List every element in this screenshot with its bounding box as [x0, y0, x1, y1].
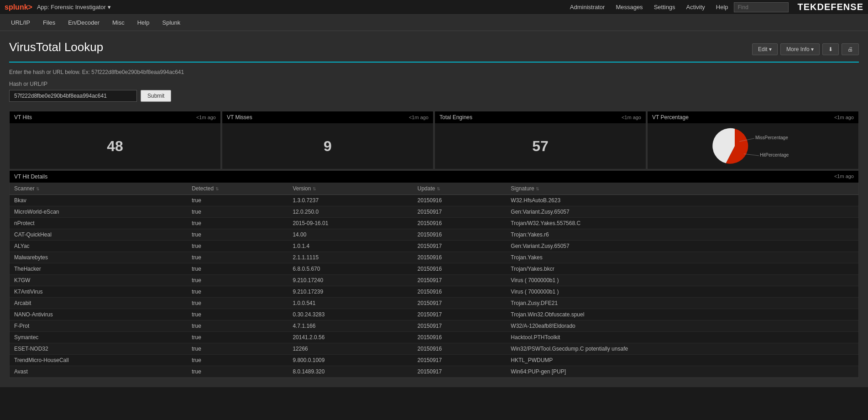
cell-detected: true: [187, 355, 288, 366]
hash-input[interactable]: [9, 90, 137, 102]
table-row: CAT-QuickHeal true 14.00 20150916 Trojan…: [10, 229, 858, 241]
hash-input-row: Submit: [9, 90, 859, 102]
cell-signature: Trojan.Win32.Obfuscate.spuel: [506, 309, 858, 320]
cell-detected: true: [187, 275, 288, 286]
vt-percentage-title: VT Percentage: [652, 114, 689, 121]
cell-signature: Trojan:Yakes.r6: [506, 229, 858, 241]
cell-version: 0.30.24.3283: [288, 309, 413, 320]
table-row: Malwarebytes true 2.1.1.1115 20150916 Tr…: [10, 252, 858, 263]
vt-misses-value: 9: [324, 138, 332, 155]
nav-splunk[interactable]: Splunk: [156, 15, 187, 31]
cell-signature: Hacktool.PTHToolkit: [506, 332, 858, 343]
vt-hits-value: 48: [107, 138, 123, 155]
cell-scanner: TrendMicro-HouseCall: [10, 355, 187, 366]
cell-scanner: K7AntiVirus: [10, 286, 187, 298]
nav-messages[interactable]: Messages: [610, 0, 648, 15]
download-button[interactable]: ⬇: [822, 43, 839, 55]
app-name[interactable]: App: Forensic Investigator ▾: [37, 4, 111, 10]
nav-administrator[interactable]: Administrator: [565, 0, 611, 15]
table-title: VT Hit Details: [14, 173, 47, 180]
cell-update: 20150916: [413, 195, 507, 206]
cell-scanner: K7GW: [10, 275, 187, 286]
table-row: ESET-NOD32 true 12266 20150916 Win32/PSW…: [10, 343, 858, 355]
table-timestamp: <1m ago: [834, 173, 854, 180]
cell-update: 20150916: [413, 252, 507, 263]
cell-detected: true: [187, 298, 288, 309]
cell-detected: true: [187, 252, 288, 263]
cell-signature: Trojan.Zusy.DFE21: [506, 298, 858, 309]
cell-update: 20150917: [413, 298, 507, 309]
cell-scanner: TheHacker: [10, 263, 187, 275]
nav-en-decoder[interactable]: En/Decoder: [62, 15, 106, 31]
cell-signature: HKTL_PWDUMP: [506, 355, 858, 366]
nav-activity[interactable]: Activity: [681, 0, 711, 15]
nav-misc[interactable]: Misc: [106, 15, 131, 31]
vt-hits-header: VT Hits <1m ago: [10, 111, 220, 123]
submit-button[interactable]: Submit: [141, 90, 171, 102]
vt-hits-card: VT Hits <1m ago 48: [9, 111, 221, 169]
vt-hit-details-table: Scanner ⇅ Detected ⇅ Version ⇅ Update ⇅ …: [10, 183, 858, 378]
vt-hit-details-section: VT Hit Details <1m ago Scanner ⇅ Detecte…: [9, 170, 859, 378]
cell-version: 20141.2.0.56: [288, 332, 413, 343]
cyan-divider: [9, 62, 859, 63]
table-row: NANO-Antivirus true 0.30.24.3283 2015091…: [10, 309, 858, 320]
nav-help[interactable]: Help: [131, 15, 156, 31]
nav-files[interactable]: Files: [37, 15, 62, 31]
vt-misses-title: VT Misses: [227, 114, 252, 121]
cell-update: 20150916: [413, 218, 507, 229]
vt-misses-header: VT Misses <1m ago: [222, 111, 433, 123]
cell-detected: true: [187, 309, 288, 320]
cell-scanner: CAT-QuickHeal: [10, 229, 187, 241]
page-top-bar: VirusTotal Lookup Edit ▾ More Info ▾ ⬇ 🖨: [9, 40, 859, 58]
col-version[interactable]: Version ⇅: [288, 183, 413, 195]
col-update[interactable]: Update ⇅: [413, 183, 507, 195]
col-detected[interactable]: Detected ⇅: [187, 183, 288, 195]
top-navigation: splunk> App: Forensic Investigator ▾ Adm…: [0, 0, 868, 15]
cell-signature: Virus ( 7000000b1 ): [506, 275, 858, 286]
cell-signature: W32/A-120eafb8!Eldorado: [506, 320, 858, 332]
nav-help[interactable]: Help: [711, 0, 734, 15]
col-scanner[interactable]: Scanner ⇅: [10, 183, 187, 195]
find-input[interactable]: [734, 2, 789, 12]
cell-version: 9.210.17239: [288, 286, 413, 298]
brand-logo: TEKDEFENSE: [789, 2, 863, 12]
cell-version: 9.800.0.1009: [288, 355, 413, 366]
cell-signature: Trojan.Yakes: [506, 252, 858, 263]
cell-scanner: NANO-Antivirus: [10, 309, 187, 320]
print-button[interactable]: 🖨: [842, 43, 859, 55]
nav-url-ip[interactable]: URL/IP: [5, 15, 37, 31]
table-body: Bkav true 1.3.0.7237 20150916 W32.HfsAut…: [10, 195, 858, 378]
vt-percentage-timestamp: <1m ago: [834, 115, 854, 120]
cell-version: 8.0.1489.320: [288, 366, 413, 378]
cell-signature: Gen:Variant.Zusy.65057: [506, 241, 858, 252]
nav-settings[interactable]: Settings: [648, 0, 681, 15]
cell-update: 20150917: [413, 206, 507, 218]
total-engines-value: 57: [532, 138, 549, 155]
page-title: VirusTotal Lookup: [9, 40, 103, 54]
table-header-row: Scanner ⇅ Detected ⇅ Version ⇅ Update ⇅ …: [10, 183, 858, 195]
vt-hits-timestamp: <1m ago: [196, 115, 216, 120]
cell-version: 2015-09-16.01: [288, 218, 413, 229]
col-signature[interactable]: Signature ⇅: [506, 183, 858, 195]
pie-chart-container: MissPercentage HitPercentage: [648, 123, 858, 169]
cell-detected: true: [187, 343, 288, 355]
table-section-header: VT Hit Details <1m ago: [10, 171, 858, 183]
table-row: MicroWorld-eScan true 12.0.250.0 2015091…: [10, 206, 858, 218]
cell-detected: true: [187, 263, 288, 275]
cell-signature: Win64:PUP-gen [PUP]: [506, 366, 858, 378]
cell-scanner: ALYac: [10, 241, 187, 252]
table-row: TheHacker true 6.8.0.5.670 20150916 Troj…: [10, 263, 858, 275]
vt-hits-title: VT Hits: [14, 114, 32, 121]
more-info-button[interactable]: More Info ▾: [780, 43, 820, 55]
cell-signature: Trojan/Yakes.bkcr: [506, 263, 858, 275]
total-engines-card: Total Engines <1m ago 57: [434, 111, 646, 169]
cell-update: 20150917: [413, 275, 507, 286]
table-row: Symantec true 20141.2.0.56 20150916 Hack…: [10, 332, 858, 343]
cell-detected: true: [187, 195, 288, 206]
cell-signature: W32.HfsAutoB.2623: [506, 195, 858, 206]
top-buttons: Edit ▾ More Info ▾ ⬇ 🖨: [752, 43, 859, 55]
svg-line-1: [744, 154, 759, 156]
edit-button[interactable]: Edit ▾: [752, 43, 778, 55]
cell-version: 1.0.1.4: [288, 241, 413, 252]
vt-misses-card: VT Misses <1m ago 9: [222, 111, 434, 169]
